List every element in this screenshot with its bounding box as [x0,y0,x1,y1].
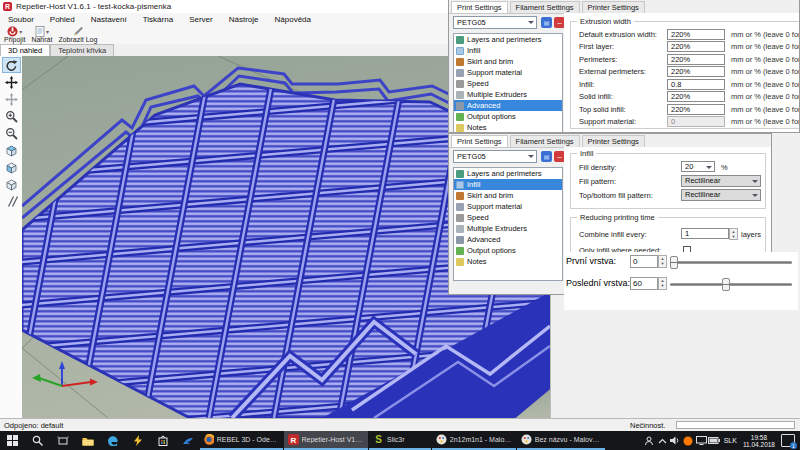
nav-advanced-2[interactable]: Advanced [454,234,562,245]
nav-skirt-brim-1[interactable]: Skirt and brim [454,56,562,67]
menu-pohled[interactable]: Pohled [42,15,83,24]
taskbar-slic3r-button[interactable]: S Slic3r [369,431,431,450]
nav-infill-2[interactable]: Infill [454,179,562,190]
nav-support-2[interactable]: Support material [454,201,562,212]
isometric-view-button[interactable] [2,142,21,158]
start-button[interactable] [0,431,25,450]
nav-multiple-extruders-2[interactable]: Multiple Extruders [454,223,562,234]
taskbar-clock[interactable]: 19:58 11.04.2018 [740,434,778,448]
language-indicator[interactable]: SLK [721,437,740,444]
external-perimeters-input[interactable]: 220% [667,66,725,77]
taskbar-repetier-button[interactable]: R Repetier-Host V1.6... [284,431,368,450]
tab-filament-settings-1[interactable]: Filament Settings [510,1,580,13]
nav-layers-perimeters-2[interactable]: Layers and perimeters [454,168,562,179]
people-icon[interactable] [643,436,656,446]
last-layer-slider[interactable] [670,283,792,286]
last-layer-value[interactable]: 60 [630,277,658,290]
tab-print-settings-2[interactable]: Print Settings [451,135,508,147]
nav-notes-2[interactable]: Notes [454,256,562,267]
nav-support-1[interactable]: Support material [454,67,562,78]
file-explorer-button[interactable] [75,431,100,450]
avast-icon[interactable] [682,436,695,446]
display-icon[interactable] [695,436,708,445]
folder-icon [82,436,94,446]
top-solid-infill-input[interactable]: 220% [667,104,725,115]
connect-dropdown-arrow[interactable]: ▾ [19,28,22,35]
perimeters-input[interactable]: 220% [667,54,725,65]
volume-icon[interactable] [669,436,682,445]
top-bottom-fill-pattern-dropdown[interactable]: Rectilinear [681,189,761,201]
nav-notes-1[interactable]: Notes [454,122,562,133]
parallel-projection-button[interactable] [2,193,21,209]
top-view-button[interactable] [2,176,21,192]
hidden-icons-chevron[interactable] [656,438,669,444]
move-object-button[interactable] [2,74,21,90]
menu-nastaveni[interactable]: Nastavení [83,15,135,24]
front-view-button[interactable] [2,159,21,175]
blue-app-button[interactable] [175,431,200,450]
tab-3d-nahled[interactable]: 3D náhled [0,44,50,56]
preset-combo-1[interactable]: PETG05 [453,16,537,29]
task-view-button[interactable] [50,431,75,450]
field-label: Infill: [579,80,594,89]
nav-layers-perimeters-1[interactable]: Layers and perimeters [454,34,562,45]
load-dropdown-arrow[interactable]: ▾ [46,28,49,35]
menu-soubor[interactable]: Soubor [0,15,42,24]
menu-napoveda[interactable]: Nápověda [267,15,319,24]
zoom-in-button[interactable] [2,108,21,124]
last-layer-spinner[interactable]: ▲▼ [658,277,667,290]
nav-advanced-1[interactable]: Advanced [454,100,562,111]
fill-density-combo[interactable]: 20 [681,161,715,172]
menu-tiskarna[interactable]: Tiskárna [135,15,181,24]
tab-teplotni-krivka[interactable]: Teplotní křivka [50,44,114,56]
menu-server[interactable]: Server [181,15,221,24]
field-label: Default extrusion width: [579,30,657,39]
combine-infill-input[interactable]: 1 [681,228,729,239]
battery-icon[interactable] [708,437,721,444]
tab-print-settings-1[interactable]: Print Settings [451,1,508,13]
slider-handle[interactable] [722,278,730,291]
infill-width-input[interactable]: 0.8 [667,79,725,90]
tab-printer-settings-2[interactable]: Printer Settings [582,135,645,147]
tab-filament-settings-2[interactable]: Filament Settings [510,135,580,147]
tab-printer-settings-1[interactable]: Printer Settings [582,1,645,13]
menu-nastroje[interactable]: Nástroje [221,15,267,24]
nav-output-options-2[interactable]: Output options [454,245,562,256]
edge-button[interactable] [100,431,125,450]
svg-text:R: R [291,436,297,445]
first-layer-input[interactable]: 220% [667,41,725,52]
winamp-button[interactable] [125,431,150,450]
zoom-out-button[interactable] [2,125,21,141]
first-layer-slider[interactable] [670,261,792,264]
plug-icon [7,26,18,37]
nav-infill-1[interactable]: Infill [454,45,562,56]
first-layer-spinner[interactable]: ▲▼ [658,255,667,268]
slider-handle[interactable] [670,256,678,269]
load-button[interactable]: ▾ Nahrát [31,26,52,43]
taskbar-paint-button-2[interactable]: Bez názvu - Malová... [517,431,605,450]
nav-speed-2[interactable]: Speed [454,212,562,223]
notification-center-icon[interactable]: 1 [781,434,795,447]
taskbar-firefox-button[interactable]: REBEL 3D - Odeslat... [200,431,283,450]
save-preset-button-1[interactable]: ▤ [541,17,552,28]
nav-speed-1[interactable]: Speed [454,78,562,89]
taskbar-paint-button-1[interactable]: 2n12m1n1 - Malov... [432,431,516,450]
default-extrusion-width-input[interactable]: 220% [667,29,725,40]
combine-infill-spinner[interactable]: ▲▼ [729,228,738,240]
solid-infill-input[interactable]: 220% [667,91,725,102]
rotate-view-button[interactable] [2,57,21,73]
infill-icon [456,181,464,189]
store-button[interactable] [150,431,175,450]
fill-pattern-dropdown[interactable]: Rectilinear [681,175,761,187]
search-button[interactable] [25,431,50,450]
connect-button[interactable]: ▾ Připojit [4,26,25,43]
show-log-button[interactable]: Zobrazit Log [58,26,97,43]
firefox-icon [204,434,214,445]
nav-output-options-1[interactable]: Output options [454,111,562,122]
save-preset-button-2[interactable]: ▤ [541,151,552,162]
nav-multiple-extruders-1[interactable]: Multiple Extruders [454,89,562,100]
nav-skirt-brim-2[interactable]: Skirt and brim [454,190,562,201]
move-viewpoint-button[interactable] [2,91,21,107]
first-layer-value[interactable]: 0 [630,255,658,268]
preset-combo-2[interactable]: PETG05 [453,150,537,163]
